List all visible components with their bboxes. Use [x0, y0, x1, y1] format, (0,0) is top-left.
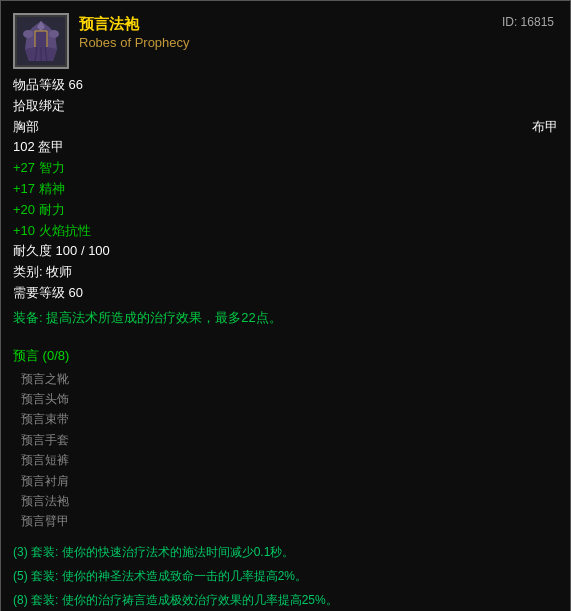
slot-row: 胸部 布甲 — [13, 117, 558, 138]
set-item-6: 预言法袍 — [13, 491, 558, 511]
svg-rect-5 — [35, 31, 47, 47]
set-item-3: 预言手套 — [13, 430, 558, 450]
set-item-2: 预言束带 — [13, 409, 558, 429]
item-names: 预言法袍 Robes of Prophecy — [79, 13, 558, 52]
item-id: ID: 16815 — [502, 15, 554, 29]
slot-label: 胸部 — [13, 117, 39, 138]
class-label: 类别: 牧师 — [13, 262, 558, 283]
divider-2 — [13, 532, 558, 538]
slot-type: 布甲 — [532, 117, 558, 138]
stat-stamina: +20 耐力 — [13, 200, 558, 221]
item-level: 物品等级 66 — [13, 75, 558, 96]
stat-intellect: +27 智力 — [13, 158, 558, 179]
item-name-en: Robes of Prophecy — [79, 34, 558, 52]
tooltip-container: ID: 16815 — [0, 0, 571, 611]
req-level: 需要等级 60 — [13, 283, 558, 304]
stat-spirit: +17 精神 — [13, 179, 558, 200]
set-item-1: 预言头饰 — [13, 389, 558, 409]
set-bonus-3: (3) 套装: 使你的快速治疗法术的施法时间减少0.1秒。 — [13, 542, 558, 562]
svg-point-4 — [49, 30, 59, 38]
set-item-4: 预言短裤 — [13, 450, 558, 470]
set-item-7: 预言臂甲 — [13, 511, 558, 531]
header-row: 预言法袍 Robes of Prophecy — [13, 13, 558, 69]
set-item-0: 预言之靴 — [13, 369, 558, 389]
bind-label: 拾取绑定 — [13, 96, 558, 117]
set-bonus-5: (5) 套装: 使你的神圣法术造成致命一击的几率提高2%。 — [13, 566, 558, 586]
set-name: 预言 (0/8) — [13, 347, 558, 365]
durability: 耐久度 100 / 100 — [13, 241, 558, 262]
svg-point-3 — [23, 30, 33, 38]
divider-1 — [13, 333, 558, 339]
armor-stat: 102 盔甲 — [13, 137, 558, 158]
set-bonus-8: (8) 套装: 使你的治疗祷言造成极效治疗效果的几率提高25%。 — [13, 590, 558, 610]
item-icon-svg — [17, 17, 65, 65]
item-icon — [13, 13, 69, 69]
item-name-cn: 预言法袍 — [79, 13, 558, 34]
stat-fire-resist: +10 火焰抗性 — [13, 221, 558, 242]
set-item-5: 预言衬肩 — [13, 471, 558, 491]
equip-effect: 装备: 提高法术所造成的治疗效果，最多22点。 — [13, 308, 558, 329]
